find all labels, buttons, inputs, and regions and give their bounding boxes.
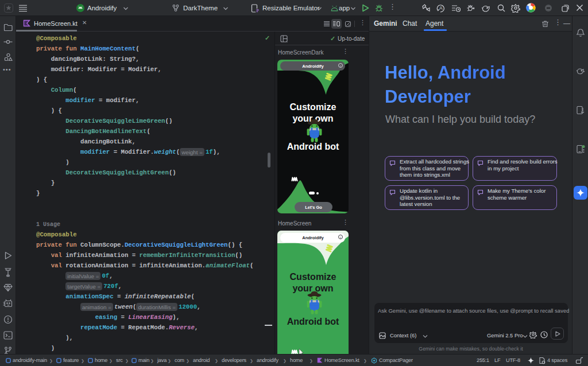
svg-text:A: A xyxy=(439,5,443,11)
